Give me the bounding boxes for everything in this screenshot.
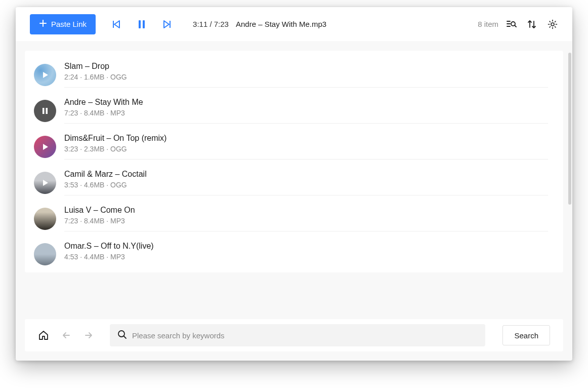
forward-icon[interactable] bbox=[83, 330, 94, 340]
svg-rect-5 bbox=[46, 108, 48, 114]
track-art[interactable] bbox=[34, 172, 56, 194]
scrollbar[interactable] bbox=[568, 53, 571, 205]
track-meta: 4:53 · 4.4MB · MP3 bbox=[64, 253, 548, 261]
track-title: Luisa V – Come On bbox=[64, 206, 548, 215]
next-track-icon[interactable] bbox=[162, 19, 173, 29]
track-title: Camil & Marz – Coctail bbox=[64, 170, 548, 179]
play-icon bbox=[34, 64, 56, 86]
track-art[interactable] bbox=[34, 64, 56, 86]
search-field[interactable] bbox=[110, 324, 485, 346]
app-window: Paste Link 3:11 / 7:23 Andre – Stay With… bbox=[16, 7, 572, 361]
sort-icon[interactable] bbox=[527, 19, 537, 30]
search-input[interactable] bbox=[132, 331, 478, 340]
list-search-icon[interactable] bbox=[506, 19, 517, 30]
bottom-bar: Search bbox=[25, 319, 563, 351]
svg-rect-4 bbox=[43, 108, 45, 114]
track-title: Dims&Fruit – On Top (remix) bbox=[64, 134, 548, 143]
home-icon[interactable] bbox=[38, 330, 49, 341]
pause-icon[interactable] bbox=[137, 19, 146, 29]
track-row[interactable]: Andre – Stay With Me 7:23 · 8.4MB · MP3 bbox=[34, 93, 563, 129]
track-meta: 3:53 · 4.6MB · OGG bbox=[64, 181, 548, 189]
now-playing: 3:11 / 7:23 Andre – Stay With Me.mp3 bbox=[193, 20, 326, 28]
paste-link-button[interactable]: Paste Link bbox=[30, 14, 96, 34]
track-meta: 3:23 · 2.3MB · OGG bbox=[64, 145, 548, 153]
track-meta: 2:24 · 1.6MB · OGG bbox=[64, 73, 548, 81]
pause-icon bbox=[34, 100, 56, 122]
track-meta: 7:23 · 8.4MB · MP3 bbox=[64, 109, 548, 117]
play-icon bbox=[34, 172, 56, 194]
track-meta: 7:23 · 8.4MB · MP3 bbox=[64, 217, 548, 225]
svg-rect-1 bbox=[143, 20, 145, 28]
previous-track-icon[interactable] bbox=[111, 19, 121, 29]
track-title: Slam – Drop bbox=[64, 62, 548, 71]
track-row[interactable]: Camil & Marz – Coctail 3:53 · 4.6MB · OG… bbox=[34, 165, 563, 201]
gear-icon[interactable] bbox=[547, 19, 558, 30]
track-row[interactable]: Slam – Drop 2:24 · 1.6MB · OGG bbox=[34, 57, 563, 93]
search-icon bbox=[117, 329, 127, 341]
svg-point-6 bbox=[118, 331, 124, 337]
svg-point-3 bbox=[551, 23, 554, 26]
now-playing-title: Andre – Stay With Me.mp3 bbox=[236, 20, 326, 28]
track-row[interactable]: Dims&Fruit – On Top (remix) 3:23 · 2.3MB… bbox=[34, 129, 563, 165]
content-area: Slam – Drop 2:24 · 1.6MB · OGG Andre – S… bbox=[16, 42, 572, 319]
track-art[interactable] bbox=[34, 208, 56, 230]
track-art[interactable] bbox=[34, 136, 56, 158]
back-icon[interactable] bbox=[61, 330, 71, 340]
item-count: 8 item bbox=[478, 20, 498, 28]
playback-time: 3:11 / 7:23 bbox=[193, 20, 229, 28]
toolbar-icons bbox=[506, 19, 558, 30]
search-button[interactable]: Search bbox=[502, 325, 550, 345]
svg-rect-0 bbox=[139, 20, 141, 28]
plus-icon bbox=[39, 19, 47, 29]
track-title: Omar.S – Off to N.Y(live) bbox=[64, 242, 548, 251]
track-art[interactable] bbox=[34, 243, 56, 265]
toolbar: Paste Link 3:11 / 7:23 Andre – Stay With… bbox=[16, 7, 572, 42]
playback-controls bbox=[111, 19, 173, 29]
track-row[interactable]: Omar.S – Off to N.Y(live) 4:53 · 4.4MB ·… bbox=[34, 237, 563, 272]
track-row[interactable]: Luisa V – Come On 7:23 · 8.4MB · MP3 bbox=[34, 201, 563, 237]
track-art[interactable] bbox=[34, 100, 56, 122]
paste-link-label: Paste Link bbox=[51, 20, 87, 28]
play-icon bbox=[34, 136, 56, 158]
track-list: Slam – Drop 2:24 · 1.6MB · OGG Andre – S… bbox=[25, 51, 563, 272]
track-title: Andre – Stay With Me bbox=[64, 98, 548, 107]
